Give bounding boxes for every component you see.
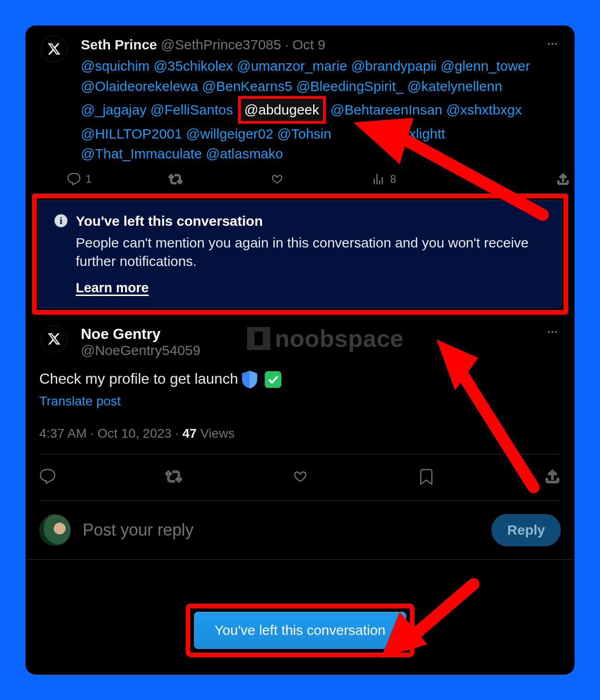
focused-more-button[interactable] (544, 324, 561, 340)
ellipsis-icon (546, 38, 558, 50)
reply-icon (67, 172, 81, 186)
left-conversation-toast[interactable]: You've left this conversation (194, 612, 406, 649)
reply-button[interactable]: Reply (491, 514, 561, 546)
heart-icon (270, 172, 284, 186)
dot-separator: · (91, 426, 98, 441)
parent-avatar-column (39, 36, 69, 65)
retweet-icon (165, 468, 182, 485)
parent-tweet-mentions: @squichim @35chikolex @umanzor_marie @br… (81, 56, 552, 164)
banner-learn-more-link[interactable]: Learn more (76, 280, 149, 296)
x-logo-icon (47, 332, 61, 346)
views-action[interactable]: 8 (371, 172, 473, 186)
share-action[interactable] (556, 172, 570, 186)
ellipsis-icon (546, 326, 558, 338)
parent-tweet-actions: 1 8 (67, 172, 575, 193)
checkmark-emoji-icon (265, 371, 281, 388)
share-icon (556, 172, 570, 186)
dot-separator: · (285, 36, 289, 53)
focused-avatar-column (39, 326, 69, 352)
focused-author-handle[interactable]: @NoeGentry54059 (81, 343, 552, 358)
svg-point-5 (555, 331, 557, 332)
retweet-icon (169, 172, 182, 186)
mention-link-partial[interactable]: onxxlightt (387, 126, 445, 141)
retweet-action[interactable] (169, 172, 270, 186)
reply-icon (39, 468, 56, 485)
tweet-views-label: Views (200, 426, 235, 441)
highlighted-mention[interactable]: @abdugeek (238, 96, 326, 124)
reply-input[interactable] (82, 520, 480, 540)
annotation-highlight-toast: You've left this conversation (186, 603, 415, 657)
focused-author-name[interactable]: Noe Gentry (81, 326, 552, 343)
views-count: 8 (390, 173, 396, 186)
reply-action[interactable] (39, 468, 56, 487)
focused-tweet: Noe Gentry @NoeGentry54059 noobspace (25, 314, 575, 358)
focused-avatar[interactable] (41, 326, 67, 352)
parent-tweet-header: Seth Prince @SethPrince37085 · Oct 9 (81, 36, 552, 53)
heart-icon (292, 468, 309, 485)
svg-point-3 (548, 331, 550, 332)
views-icon (371, 172, 385, 186)
svg-point-1 (552, 43, 553, 45)
tweet-date[interactable]: Oct 10, 2023 (97, 426, 171, 441)
focused-tweet-text: Check my profile to get launch (25, 370, 575, 389)
mention-link[interactable]: @That_Immaculate @atlasmako (81, 146, 283, 161)
bookmark-action[interactable] (418, 468, 435, 487)
like-action[interactable] (292, 468, 309, 487)
parent-more-button[interactable] (544, 36, 561, 52)
reply-composer: Reply (25, 501, 575, 559)
svg-point-4 (552, 331, 553, 332)
parent-tweet-date[interactable]: Oct 9 (292, 36, 326, 53)
banner-description: People can't mention you again in this c… (76, 234, 545, 271)
divider (25, 559, 575, 560)
banner-title: You've left this conversation (76, 213, 545, 229)
tweet-views-number: 47 (182, 426, 197, 441)
parent-avatar[interactable] (41, 36, 67, 62)
shield-emoji-icon (242, 371, 258, 388)
parent-author-name[interactable]: Seth Prince (81, 36, 157, 53)
svg-point-0 (548, 43, 550, 45)
parent-tweet: Seth Prince @SethPrince37085 · Oct 9 @sq… (25, 25, 575, 164)
tweet-detail-card: Seth Prince @SethPrince37085 · Oct 9 @sq… (25, 25, 575, 675)
reply-count: 1 (85, 173, 91, 186)
current-user-avatar[interactable] (39, 514, 71, 546)
reply-action[interactable]: 1 (67, 172, 169, 186)
retweet-action[interactable] (165, 468, 182, 487)
focused-tweet-actions (25, 454, 575, 501)
parent-author-handle[interactable]: @SethPrince37085 (161, 36, 281, 53)
bookmark-icon (418, 468, 435, 485)
share-action[interactable] (544, 468, 561, 487)
dot-separator: · (175, 426, 182, 441)
share-icon (544, 468, 561, 485)
x-logo-icon (47, 42, 61, 56)
tweet-text-content: Check my profile to get launch (39, 370, 238, 387)
svg-point-2 (555, 43, 557, 45)
info-icon: i (55, 214, 67, 227)
like-action[interactable] (270, 172, 372, 186)
svg-line-10 (409, 584, 473, 640)
tweet-time[interactable]: 4:37 AM (39, 426, 87, 441)
annotation-highlight-banner: i You've left this conversation People c… (32, 193, 568, 314)
left-conversation-banner: i You've left this conversation People c… (38, 200, 562, 308)
translate-post-link[interactable]: Translate post (25, 394, 575, 409)
focused-tweet-meta: 4:37 AM · Oct 10, 2023 · 47 Views (25, 426, 575, 441)
